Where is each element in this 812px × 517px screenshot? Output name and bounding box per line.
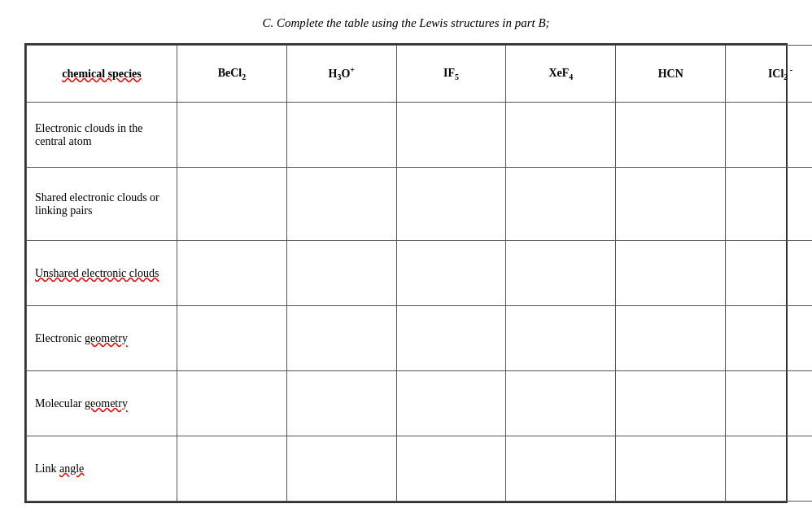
table-row: Unshared electronic clouds: [27, 241, 813, 306]
header-icl2: ICl2 -: [726, 46, 812, 103]
cell-r3-if5: [396, 241, 506, 306]
cell-r6-becl2: [177, 436, 287, 502]
row-label-unshared-clouds: Unshared electronic clouds: [27, 241, 177, 306]
cell-r3-xef4: [506, 241, 616, 306]
cell-r1-icl2: [726, 103, 812, 168]
cell-r1-xef4: [506, 103, 616, 168]
table-row: Shared electronic clouds or linking pair…: [27, 168, 813, 241]
lewis-table: chemical species BeCl2 H3O+ IF5 XeF4 HCN…: [26, 45, 812, 502]
cell-r5-if5: [396, 371, 506, 436]
header-if5: IF5: [396, 46, 506, 103]
cell-r6-xef4: [506, 436, 616, 502]
cell-r4-h3o: [286, 306, 396, 371]
cell-r2-icl2: [726, 168, 812, 241]
cell-r2-hcn: [616, 168, 726, 241]
cell-r6-if5: [396, 436, 506, 502]
cell-r1-hcn: [616, 103, 726, 168]
header-hcn: HCN: [616, 46, 726, 103]
table-header-row: chemical species BeCl2 H3O+ IF5 XeF4 HCN…: [27, 46, 813, 103]
row-label-shared-clouds: Shared electronic clouds or linking pair…: [27, 168, 177, 241]
cell-r4-hcn: [616, 306, 726, 371]
cell-r6-hcn: [616, 436, 726, 502]
cell-r3-h3o: [286, 241, 396, 306]
row-label-molecular-geometry: Molecular geometry: [27, 371, 177, 436]
instruction-text: C. Complete the table using the Lewis st…: [24, 16, 788, 30]
cell-r5-xef4: [506, 371, 616, 436]
header-becl2: BeCl2: [177, 46, 287, 103]
cell-r6-h3o: [286, 436, 396, 502]
cell-r4-becl2: [177, 306, 287, 371]
cell-r2-xef4: [506, 168, 616, 241]
cell-r4-icl2: [726, 306, 812, 371]
cell-r6-icl2: [726, 436, 812, 502]
cell-r5-becl2: [177, 371, 287, 436]
main-table-wrapper: chemical species BeCl2 H3O+ IF5 XeF4 HCN…: [24, 43, 788, 503]
table-row: Electronic geometry: [27, 306, 813, 371]
header-chemical-species: chemical species: [27, 46, 177, 103]
cell-r1-if5: [396, 103, 506, 168]
header-xef4: XeF4: [506, 46, 616, 103]
cell-r2-becl2: [177, 168, 287, 241]
header-h3o: H3O+: [286, 46, 396, 103]
cell-r3-becl2: [177, 241, 287, 306]
cell-r5-hcn: [616, 371, 726, 436]
row-label-link-angle: Link angle: [27, 436, 177, 502]
cell-r1-h3o: [286, 103, 396, 168]
cell-r5-icl2: [726, 371, 812, 436]
cell-r2-h3o: [286, 168, 396, 241]
cell-r4-if5: [396, 306, 506, 371]
cell-r4-xef4: [506, 306, 616, 371]
row-label-electronic-clouds: Electronic clouds in the central atom: [27, 103, 177, 168]
table-row: Molecular geometry: [27, 371, 813, 436]
row-label-electronic-geometry: Electronic geometry: [27, 306, 177, 371]
chemical-species-label: chemical species: [62, 68, 142, 80]
table-row: Link angle: [27, 436, 813, 502]
cell-r3-icl2: [726, 241, 812, 306]
cell-r1-becl2: [177, 103, 287, 168]
table-row: Electronic clouds in the central atom: [27, 103, 813, 168]
cell-r3-hcn: [616, 241, 726, 306]
cell-r2-if5: [396, 168, 506, 241]
cell-r5-h3o: [286, 371, 396, 436]
